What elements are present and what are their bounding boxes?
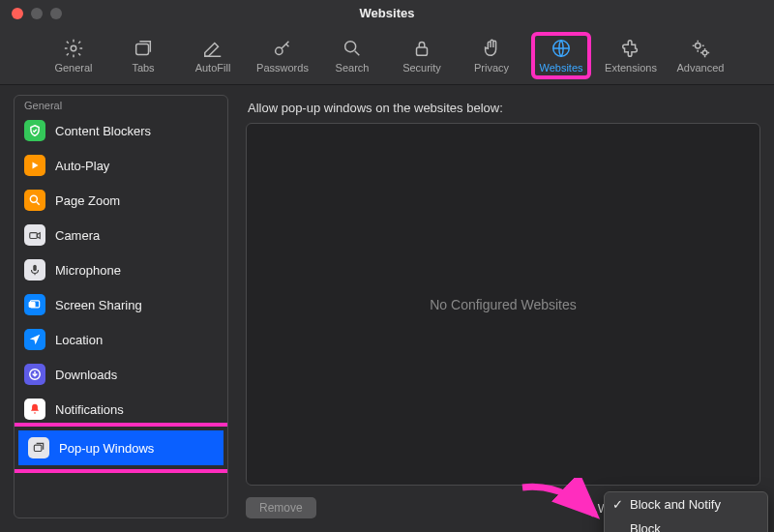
tab-label: Security [402, 62, 441, 74]
sidebar-item-page-zoom[interactable]: Page Zoom [15, 183, 227, 218]
sidebar-item-camera[interactable]: Camera [15, 218, 227, 252]
sidebar-item-notifications[interactable]: Notifications [15, 392, 227, 427]
dropdown-option-label: Block [630, 521, 661, 532]
dropdown-option-block[interactable]: Block [605, 517, 767, 532]
sidebar-item-microphone[interactable]: Microphone [15, 252, 227, 287]
search-icon [342, 38, 363, 59]
microphone-icon [24, 259, 45, 281]
tab-label: Extensions [605, 62, 657, 74]
empty-state-text: No Configured Websites [430, 297, 576, 312]
svg-point-0 [71, 45, 76, 51]
tab-label: General [54, 62, 92, 74]
zoom-icon [24, 190, 45, 211]
tab-search[interactable]: Search [322, 38, 382, 74]
hand-icon [481, 38, 502, 59]
sidebar-item-label: Downloads [55, 368, 117, 382]
preferences-toolbar: General Tabs AutoFill Passwords Search S… [0, 27, 774, 85]
svg-rect-12 [29, 303, 35, 308]
tab-label: AutoFill [195, 62, 231, 74]
sidebar-item-label: Screen Sharing [55, 298, 142, 312]
download-icon [24, 364, 45, 385]
svg-point-7 [702, 50, 707, 55]
main-panel: Allow pop-up windows on the websites bel… [246, 95, 760, 518]
svg-point-3 [345, 42, 356, 52]
sidebar-item-label: Camera [55, 228, 100, 243]
camera-icon [24, 224, 45, 246]
sidebar-item-location[interactable]: Location [15, 322, 227, 357]
tab-label: Search [336, 62, 370, 74]
svg-point-6 [696, 44, 701, 49]
annotation-arrow-icon [518, 478, 605, 526]
websites-list[interactable]: No Configured Websites [246, 123, 760, 486]
svg-rect-10 [33, 265, 37, 271]
other-websites-dropdown[interactable]: Block and Notify Block Allow [604, 491, 768, 532]
gears-icon [690, 38, 711, 59]
play-icon [24, 155, 45, 176]
sidebar-item-label: Microphone [55, 263, 121, 278]
sidebar-item-label: Notifications [55, 402, 124, 417]
main-heading: Allow pop-up windows on the websites bel… [248, 101, 760, 115]
sidebar-item-label: Auto-Play [55, 159, 109, 173]
tab-label: Tabs [132, 62, 154, 74]
dropdown-option-label: Block and Notify [630, 497, 721, 512]
tab-tabs[interactable]: Tabs [113, 38, 173, 74]
sidebar-item-label: Location [55, 333, 103, 347]
sidebar-item-screen-sharing[interactable]: Screen Sharing [15, 287, 227, 322]
window-title: Websites [0, 6, 774, 20]
tab-websites[interactable]: Websites [531, 32, 591, 79]
tab-extensions[interactable]: Extensions [601, 38, 661, 74]
sidebar-item-label: Page Zoom [55, 193, 120, 208]
tab-passwords[interactable]: Passwords [253, 38, 313, 74]
svg-point-8 [30, 195, 37, 202]
svg-rect-9 [30, 233, 38, 239]
remove-button[interactable]: Remove [246, 497, 316, 518]
svg-point-2 [276, 47, 283, 54]
svg-rect-4 [417, 47, 428, 55]
gear-icon [63, 38, 84, 59]
bell-icon [24, 399, 45, 420]
dropdown-option-block-and-notify[interactable]: Block and Notify [605, 492, 767, 517]
popup-windows-icon [28, 437, 49, 458]
sidebar-item-downloads[interactable]: Downloads [15, 357, 227, 392]
location-icon [24, 329, 45, 350]
sidebar: General Content Blockers Auto-Play Page … [14, 95, 228, 518]
screen-sharing-icon [24, 294, 45, 315]
shield-check-icon [24, 120, 45, 141]
puzzle-icon [620, 38, 641, 59]
pencil-icon [202, 38, 223, 59]
globe-icon [551, 38, 572, 59]
tab-label: Privacy [474, 62, 509, 74]
tab-security[interactable]: Security [392, 38, 452, 74]
sidebar-section-header: General [15, 96, 227, 113]
svg-rect-1 [136, 44, 149, 54]
tab-advanced[interactable]: Advanced [670, 38, 730, 74]
tab-label: Websites [539, 62, 582, 74]
sidebar-item-content-blockers[interactable]: Content Blockers [15, 113, 227, 148]
tab-general[interactable]: General [44, 38, 104, 74]
sidebar-item-popup-windows[interactable]: Pop-up Windows [18, 430, 223, 465]
tab-label: Passwords [256, 62, 309, 74]
sidebar-item-auto-play[interactable]: Auto-Play [15, 148, 227, 183]
sidebar-item-label: Pop-up Windows [59, 441, 154, 456]
titlebar: Websites [0, 0, 774, 27]
svg-rect-14 [34, 445, 42, 451]
lock-icon [411, 38, 432, 59]
key-icon [272, 38, 293, 59]
tab-privacy[interactable]: Privacy [461, 38, 521, 74]
tab-autofill[interactable]: AutoFill [183, 38, 243, 74]
tab-label: Advanced [677, 62, 725, 74]
sidebar-item-label: Content Blockers [55, 124, 151, 138]
tabs-icon [133, 38, 154, 59]
